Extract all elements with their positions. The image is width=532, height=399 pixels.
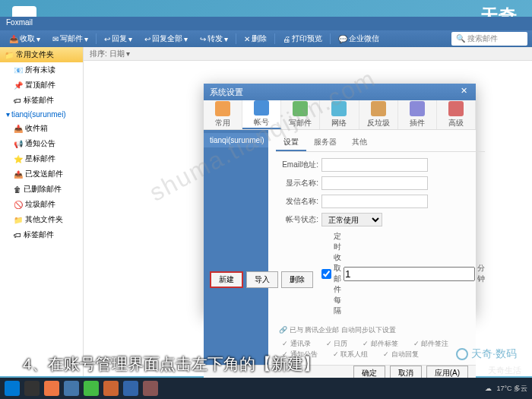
forward-button[interactable]: ↪ 转发 ▾	[195, 32, 233, 46]
tab-advanced[interactable]: 高级	[437, 100, 476, 129]
display-name-field[interactable]	[321, 176, 428, 190]
send-name-field[interactable]	[321, 195, 428, 208]
write-button[interactable]: ✉ 写邮件 ▾	[48, 32, 93, 46]
search-input[interactable]: 🔍 搜索邮件	[451, 32, 527, 46]
receive-button[interactable]: 📥 收取 ▾	[5, 32, 45, 46]
taskbar-app[interactable]	[103, 381, 119, 396]
sidebar-folder-deleted[interactable]: 🗑 已删除邮件	[0, 182, 83, 197]
import-button[interactable]: 导入	[246, 271, 278, 288]
replyall-button[interactable]: ↩ 回复全部 ▾	[140, 32, 192, 46]
taskbar-app[interactable]	[123, 381, 138, 396]
sidebar-item[interactable]: 🏷 标签邮件	[0, 93, 83, 108]
subtab-server[interactable]: 服务器	[306, 135, 344, 151]
windows-taskbar[interactable]: ☁ 17°C 多云	[0, 378, 532, 399]
sidebar-folder-inbox[interactable]: 📥 收件箱	[0, 121, 83, 136]
status-label: 帐号状态:	[276, 214, 318, 225]
tab-plugin[interactable]: 插件	[398, 100, 437, 129]
sidebar-folder[interactable]: ⭐ 星标邮件	[0, 151, 83, 166]
taskbar-app[interactable]	[64, 381, 79, 396]
sidebar-folder[interactable]: 📢 通知公告	[0, 136, 83, 151]
tab-compose[interactable]: 写邮件	[281, 100, 320, 129]
sort-bar[interactable]: 排序: 日期 ▾	[84, 47, 532, 61]
sync-note: 🔗 已与 腾讯企业邮 自动同步以下设置	[276, 325, 485, 335]
subtab-other[interactable]: 其他	[344, 135, 375, 151]
dialog-titlebar: 系统设置 ✕	[204, 84, 476, 100]
account-list-item[interactable]: tianqi(surunmei)	[204, 133, 268, 147]
sidebar-item[interactable]: 📧 所有未读	[0, 62, 83, 78]
tab-account[interactable]: 帐号	[242, 100, 281, 129]
window-titlebar: Foxmail	[0, 17, 532, 30]
dialog-tabs: 常用 帐号 写邮件 网络 反垃圾 插件 高级	[204, 100, 476, 130]
print-button[interactable]: 🖨 打印预览	[278, 32, 327, 46]
sidebar-account[interactable]: ▾ tianqi(surunmei)	[0, 108, 83, 121]
tab-general[interactable]: 常用	[204, 100, 242, 129]
instruction-caption: 4、在账号管理界面点击左下角的【新建】	[23, 353, 319, 375]
sidebar-folder-spam[interactable]: 🚫 垃圾邮件	[0, 197, 83, 212]
sidebar-folder-other[interactable]: 📁 其他文件夹	[0, 212, 83, 227]
send-label: 发信名称:	[276, 196, 318, 207]
delete-account-button[interactable]: 删除	[281, 271, 313, 288]
life-badge: 天奇生活	[488, 365, 521, 376]
taskbar-app[interactable]	[84, 381, 99, 396]
main-toolbar: 📥 收取 ▾ ✉ 写邮件 ▾ ↩ 回复 ▾ ↩ 回复全部 ▾ ↪ 转发 ▾ ✕ …	[0, 30, 532, 47]
timer-checkbox[interactable]	[321, 269, 331, 279]
subtab-settings[interactable]: 设置	[276, 135, 306, 151]
delete-button[interactable]: ✕ 删除	[239, 32, 271, 46]
folder-sidebar: 📁 常用文件夹 📧 所有未读 📌 置顶邮件 🏷 标签邮件 ▾ tianqi(su…	[0, 47, 84, 376]
tab-network[interactable]: 网络	[320, 100, 359, 129]
status-select[interactable]: 正常使用	[321, 213, 382, 226]
sidebar-folder-sent[interactable]: 📤 已发送邮件	[0, 166, 83, 182]
close-icon[interactable]: ✕	[458, 86, 470, 98]
sidebar-folder[interactable]: 🏷 标签邮件	[0, 227, 83, 242]
start-button[interactable]	[5, 381, 20, 396]
sidebar-header: 📁 常用文件夹	[0, 47, 83, 62]
email-label: Email地址:	[276, 160, 318, 170]
search-icon[interactable]	[24, 381, 40, 396]
taskbar-app[interactable]	[44, 381, 59, 396]
display-label: 显示名称:	[276, 178, 318, 188]
brand-badge: 天奇·数码	[456, 347, 517, 361]
reply-button[interactable]: ↩ 回复 ▾	[100, 32, 137, 46]
new-account-button[interactable]: 新建	[210, 271, 243, 288]
taskbar-app[interactable]	[143, 381, 158, 396]
settings-dialog: 系统设置 ✕ 常用 帐号 写邮件 网络 反垃圾 插件 高级 tianqi(sur…	[204, 84, 476, 315]
sidebar-item[interactable]: 📌 置顶邮件	[0, 78, 83, 93]
sub-tabs: 设置 服务器 其他	[276, 135, 485, 152]
tab-antispam[interactable]: 反垃圾	[359, 100, 398, 129]
timer-value-field[interactable]	[344, 267, 475, 281]
email-field[interactable]	[321, 158, 428, 172]
account-list: tianqi(surunmei)	[204, 130, 268, 365]
qywx-button[interactable]: 💬 企业微信	[334, 32, 384, 46]
system-tray[interactable]: ☁ 17°C 多云	[485, 384, 527, 394]
